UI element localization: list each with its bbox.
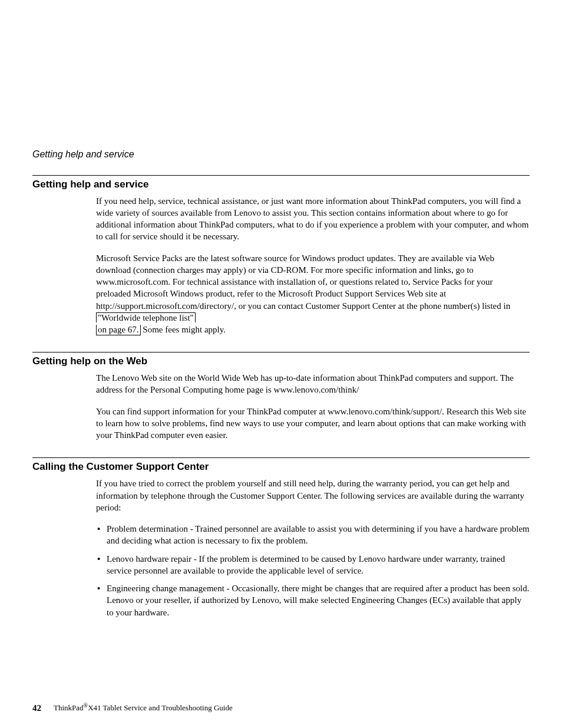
section-rule bbox=[32, 352, 530, 353]
text: Some fees might apply. bbox=[141, 325, 226, 334]
section-heading: Getting help and service bbox=[32, 178, 530, 192]
xref-line2: on page 67. bbox=[96, 325, 141, 335]
list-item: Lenovo hardware repair - If the problem … bbox=[96, 553, 530, 577]
text: Microsoft Service Packs are the latest s… bbox=[96, 253, 510, 311]
list-item: Engineering change management - Occasion… bbox=[96, 582, 530, 618]
page-number: 42 bbox=[32, 703, 41, 713]
page-footer: 42 ThinkPad®X41 Tablet Service and Troub… bbox=[32, 701, 233, 714]
paragraph: If you have tried to correct the problem… bbox=[96, 477, 530, 513]
paragraph: You can find support information for you… bbox=[96, 406, 530, 442]
footer-title: X41 Tablet Service and Troubleshooting G… bbox=[88, 704, 232, 713]
section-rule bbox=[32, 175, 530, 176]
paragraph: If you need help, service, technical ass… bbox=[96, 195, 530, 243]
footer-brand: ThinkPad bbox=[54, 704, 84, 713]
section-heading: Getting help on the Web bbox=[32, 355, 530, 368]
section-body: If you have tried to correct the problem… bbox=[96, 477, 530, 618]
list-item: Problem determination - Trained personne… bbox=[96, 523, 530, 547]
section-getting-help-on-the-web: Getting help on the Web The Lenovo Web s… bbox=[32, 352, 530, 441]
xref-line1: "Worldwide telephone list" bbox=[96, 312, 196, 322]
section-body: The Lenovo Web site on the World Wide We… bbox=[96, 372, 530, 441]
bullet-list: Problem determination - Trained personne… bbox=[96, 523, 530, 618]
section-rule bbox=[32, 457, 530, 458]
paragraph: The Lenovo Web site on the World Wide We… bbox=[96, 372, 530, 396]
section-getting-help-and-service: Getting help and service If you need hel… bbox=[32, 175, 530, 336]
section-heading: Calling the Customer Support Center bbox=[32, 460, 530, 474]
page-content: Getting help and service Getting help an… bbox=[32, 148, 530, 635]
section-body: If you need help, service, technical ass… bbox=[96, 195, 530, 336]
running-head: Getting help and service bbox=[32, 148, 530, 161]
section-calling-customer-support-center: Calling the Customer Support Center If y… bbox=[32, 457, 530, 618]
paragraph: Microsoft Service Packs are the latest s… bbox=[96, 252, 530, 336]
